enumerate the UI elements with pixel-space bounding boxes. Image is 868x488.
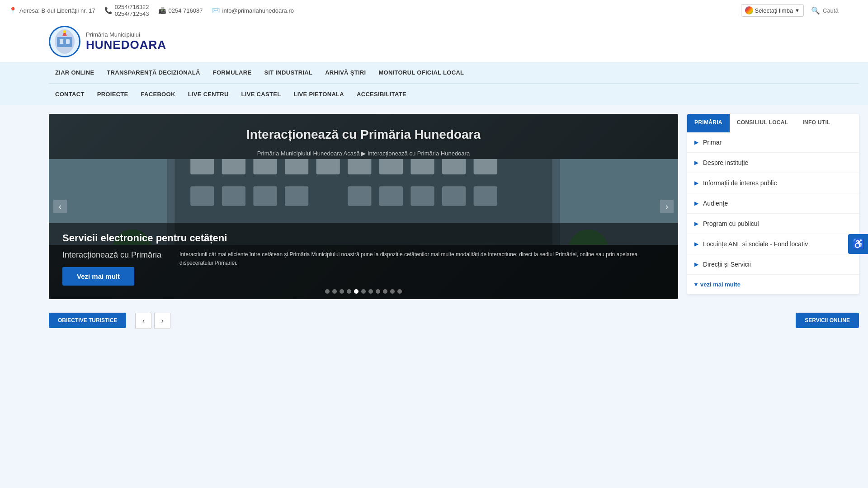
svg-rect-20 (222, 186, 245, 206)
slider-subtitle: Interacționează cu Primăria (62, 250, 161, 260)
svg-rect-18 (474, 159, 497, 174)
sidebar-more[interactable]: ▾ vezi mai multe (687, 275, 859, 294)
slider-desc: Interacțiunii cât mai eficiente între ce… (179, 250, 665, 267)
slider-dot-10[interactable] (397, 289, 402, 294)
phone-icon: 📞 (104, 7, 112, 14)
slider-next-arrow[interactable]: › (660, 200, 674, 213)
sidebar-item-informatii-interes[interactable]: ▶Informații de interes public (687, 173, 859, 193)
nav-item-contact[interactable]: CONTACT (49, 84, 91, 105)
svg-rect-16 (410, 159, 434, 174)
top-bar: 📍 Adresa: B-dul Libertății nr. 17 📞 0254… (0, 0, 868, 21)
sidebar-item-primar[interactable]: ▶Primar (687, 132, 859, 153)
slider: Interacționează cu Primăria Hunedoara Pr… (49, 114, 678, 299)
slider-area: Interacționează cu Primăria Hunedoara Pr… (49, 114, 678, 299)
bottom-section: OBIECTIVE TURISTICE ‹ › SERVICII ONLINE (0, 308, 868, 338)
slider-dot-1[interactable] (332, 289, 337, 294)
sidebar-item-label: Despre instituție (703, 159, 748, 166)
nav-item-ziar-online[interactable]: ZIAR ONLINE (49, 62, 100, 83)
sidebar-item-despre-institutie[interactable]: ▶Despre instituție (687, 153, 859, 173)
coat-of-arms-icon (53, 28, 76, 55)
prev-arrow-btn[interactable]: ‹ (135, 313, 151, 329)
slider-main-title: Servicii electronice pentru cetățeni (62, 232, 665, 245)
obiective-btn[interactable]: OBIECTIVE TURISTICE (49, 313, 126, 328)
chevron-down-icon: ▾ (694, 281, 698, 288)
servicii-btn[interactable]: SERVICII ONLINE (796, 313, 859, 328)
phone-text: 0254/716322 0254/712543 (115, 4, 149, 17)
svg-rect-15 (379, 159, 403, 174)
slider-prev-arrow[interactable]: ‹ (53, 200, 67, 213)
fax-item: 📠 0254 716087 (158, 7, 203, 14)
sidebar-item-directii-servicii[interactable]: ▶Direcții și Servicii (687, 254, 859, 275)
slider-dot-9[interactable] (390, 289, 395, 294)
nav-item-formulare[interactable]: FORMULARE (207, 62, 258, 83)
accessibility-icon: ♿ (852, 238, 864, 250)
nav-item-arhiva-stiri[interactable]: ARHIVĂ ȘTIRI (319, 62, 372, 83)
primaria-label: Primăria Municipiului (86, 31, 166, 38)
svg-rect-23 (348, 186, 371, 206)
sidebar-item-audiente[interactable]: ▶Audiențe (687, 193, 859, 214)
sidebar-item-label: Primar (703, 139, 722, 146)
fax-icon: 📠 (158, 7, 166, 14)
chevron-right-icon: ▶ (694, 160, 698, 166)
google-icon (745, 6, 753, 14)
sidebar-item-locuinte-anl[interactable]: ▶Locuințe ANL și sociale - Fond locativ (687, 234, 859, 254)
email-icon: ✉️ (212, 7, 220, 14)
nav-item-facebook[interactable]: FACEBOOK (135, 84, 182, 105)
nav-item-accesibilitate[interactable]: ACCESIBILITATE (350, 84, 413, 105)
search-icon[interactable]: 🔍 (811, 6, 820, 15)
search-input[interactable] (823, 7, 859, 14)
slider-dot-2[interactable] (340, 289, 344, 294)
nav-row-1: ZIAR ONLINETRANSPARENȚĂ DECIZIONALĂFORMU… (49, 62, 859, 83)
address-item: 📍 Adresa: B-dul Libertății nr. 17 (9, 7, 95, 14)
nav-item-transparenta[interactable]: TRANSPARENȚĂ DECIZIONALĂ (100, 62, 206, 83)
slider-title: Interacționează cu Primăria Hunedoara (49, 127, 678, 142)
nav-item-live-pietonala[interactable]: LIVE PIETONALA (287, 84, 350, 105)
nav-item-live-castel[interactable]: LIVE CASTEL (235, 84, 288, 105)
lang-label: Selectați limba (755, 7, 793, 14)
tab-info-util[interactable]: INFO UTIL (795, 114, 837, 132)
location-icon: 📍 (9, 7, 17, 14)
sidebar-item-label: Program cu publicul (703, 220, 759, 227)
svg-rect-9 (190, 159, 214, 174)
svg-rect-19 (190, 186, 214, 206)
next-arrow-btn[interactable]: › (154, 313, 170, 329)
sidebar-item-label: Audiențe (703, 200, 728, 207)
nav-item-monitorul-oficial[interactable]: MONITORUL OFICIAL LOCAL (372, 62, 470, 83)
svg-rect-11 (253, 159, 277, 174)
sidebar-item-label: Locuințe ANL și sociale - Fond locativ (703, 240, 808, 248)
logo-area: Primăria Municipiului HUNEDOARA (49, 26, 166, 57)
nav-item-live-centru[interactable]: LIVE CENTRU (182, 84, 235, 105)
top-bar-left: 📍 Adresa: B-dul Libertății nr. 17 📞 0254… (9, 4, 294, 17)
sidebar-item-label: Direcții și Servicii (703, 261, 751, 268)
sidebar-item-program-publicul[interactable]: ▶Program cu publicul (687, 214, 859, 234)
svg-rect-27 (474, 186, 497, 206)
slider-dot-4[interactable] (354, 289, 359, 294)
nav-item-proiecte[interactable]: PROIECTE (91, 84, 135, 105)
svg-rect-1 (57, 37, 72, 47)
svg-rect-22 (285, 186, 308, 206)
slider-dot-7[interactable] (376, 289, 380, 294)
tab-content: ▶Primar▶Despre instituție▶Informații de … (687, 132, 859, 275)
slider-bottom: Servicii electronice pentru cetățeni Int… (49, 223, 678, 299)
nav-item-sit-industrial[interactable]: SIT INDUSTRIAL (258, 62, 319, 83)
fax-text: 0254 716087 (169, 7, 203, 14)
slider-breadcrumb: Primăria Municipiului Hunedoara Acasă ▶ … (49, 150, 678, 157)
accessibility-button[interactable]: ♿ (848, 234, 868, 254)
chevron-right-icon: ▶ (694, 200, 698, 206)
more-label: vezi mai multe (700, 281, 741, 288)
slider-dot-8[interactable] (383, 289, 387, 294)
slider-dot-5[interactable] (361, 289, 366, 294)
slider-dot-0[interactable] (325, 289, 330, 294)
slider-btn[interactable]: Vezi mai mult (62, 267, 134, 286)
tab-primaria[interactable]: PRIMĂRIA (687, 114, 730, 132)
svg-rect-13 (316, 159, 340, 174)
chevron-right-icon: ▶ (694, 241, 698, 247)
address-text: Adresa: B-dul Libertății nr. 17 (19, 7, 95, 14)
slider-dot-3[interactable] (347, 289, 351, 294)
svg-rect-2 (60, 39, 63, 44)
tab-consiliul-local[interactable]: CONSILIUL LOCAL (730, 114, 796, 132)
header: Primăria Municipiului HUNEDOARA (0, 21, 868, 62)
sidebar-right: PRIMĂRIACONSILIUL LOCALINFO UTIL ▶Primar… (687, 114, 859, 299)
lang-selector[interactable]: Selectați limba ▼ (741, 4, 804, 17)
slider-dot-6[interactable] (368, 289, 373, 294)
